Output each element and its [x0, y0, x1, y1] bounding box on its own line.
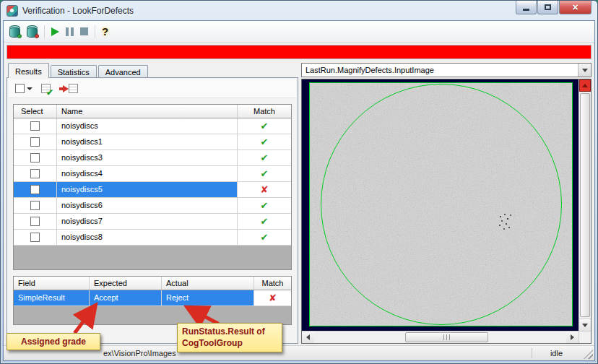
arrow-right-icon	[571, 334, 574, 340]
table-row[interactable]: noisydiscs7 ✔	[14, 214, 291, 230]
row-select-cell[interactable]	[14, 166, 57, 181]
record-indicator-button[interactable]	[579, 79, 591, 92]
match-icon: ✔	[238, 150, 291, 165]
row-select-cell[interactable]	[14, 118, 57, 134]
tab-results[interactable]: Results	[8, 63, 49, 78]
image-region	[309, 82, 573, 326]
title-bar[interactable]: Verification - LookForDefects ×	[1, 1, 597, 20]
arrow-up-icon	[582, 84, 588, 87]
row-checkbox[interactable]	[30, 153, 40, 162]
row-checkbox[interactable]	[30, 217, 40, 226]
column-header-name[interactable]: Name	[57, 105, 238, 118]
jump-to-record-button[interactable]	[59, 84, 78, 93]
column-header-field[interactable]: Field	[14, 277, 90, 290]
combobox-dropdown-button[interactable]	[578, 64, 591, 77]
column-header-match[interactable]: Match	[254, 277, 291, 290]
vertical-scrollbar[interactable]	[578, 79, 591, 331]
row-select-cell[interactable]	[14, 150, 57, 165]
results-table-header: Select Name Match	[14, 105, 291, 118]
row-checkbox[interactable]	[30, 233, 40, 242]
select-all-checkbox-dropdown[interactable]	[15, 84, 32, 93]
tab-advanced[interactable]: Advanced	[98, 65, 148, 77]
scroll-down-button[interactable]	[579, 318, 591, 331]
status-separator	[532, 348, 532, 358]
row-checkbox[interactable]	[30, 169, 40, 178]
run-progress-bar	[6, 45, 592, 59]
run-checked-button[interactable]: ✔	[41, 84, 51, 93]
close-button[interactable]: ×	[559, 1, 592, 14]
defect-spot	[495, 210, 514, 232]
table-row[interactable]: noisydiscs1 ✔	[14, 134, 291, 150]
arrow-left-icon	[306, 334, 310, 340]
details-row-selected[interactable]: SimpleResult Accept Reject ✘	[14, 290, 291, 306]
red-arrow-icon	[63, 85, 69, 92]
match-icon: ✘	[254, 290, 291, 306]
minimize-button[interactable]	[516, 1, 537, 14]
vertical-scrollbar-thumb[interactable]	[580, 93, 590, 317]
column-header-select[interactable]: Select	[14, 105, 57, 118]
minimize-icon	[523, 9, 529, 11]
row-checkbox[interactable]	[30, 137, 40, 147]
chevron-down-icon	[582, 69, 588, 72]
row-name: noisydiscs3	[57, 150, 238, 165]
table-row[interactable]: noisydiscs8 ✔	[14, 230, 291, 246]
table-row[interactable]: noisydiscs4 ✔	[14, 166, 291, 182]
stop-button[interactable]	[80, 27, 88, 35]
run-records-database-icon[interactable]	[9, 25, 20, 38]
row-checkbox[interactable]	[30, 185, 40, 194]
row-checkbox[interactable]	[30, 201, 40, 210]
field-cell: SimpleResult	[14, 290, 90, 306]
check-icon: ✔	[46, 89, 53, 96]
column-header-actual[interactable]: Actual	[162, 277, 254, 290]
help-button[interactable]: ?	[102, 25, 108, 38]
row-select-cell[interactable]	[14, 230, 57, 245]
scroll-right-button[interactable]	[566, 332, 578, 343]
match-icon: ✔	[238, 134, 291, 150]
horizontal-scrollbar-thumb[interactable]	[405, 332, 488, 342]
chevron-down-icon	[27, 87, 32, 90]
image-selector-combobox[interactable]: LastRun.MagnifyDefects.InputImage	[301, 63, 592, 77]
resize-grip[interactable]	[584, 350, 593, 359]
stop-icon	[80, 27, 88, 35]
column-header-expected[interactable]: Expected	[90, 277, 162, 290]
help-icon: ?	[102, 25, 108, 38]
horizontal-scrollbar[interactable]	[302, 331, 578, 343]
tab-statistics[interactable]: Statistics	[51, 65, 97, 77]
row-select-cell[interactable]	[14, 214, 57, 229]
callout-assigned-grade: Assigned grade	[6, 333, 100, 350]
match-icon: ✔	[238, 214, 291, 229]
table-row-selected[interactable]: noisydiscs5 ✘	[14, 182, 291, 198]
save-records-database-icon[interactable]	[27, 25, 38, 38]
actual-cell: Reject	[162, 290, 254, 306]
pause-button[interactable]	[66, 27, 74, 36]
image-panel: LastRun.MagnifyDefects.InputImage	[301, 63, 592, 344]
row-name: noisydiscs1	[57, 134, 238, 150]
table-row[interactable]: noisydiscs3 ✔	[14, 150, 291, 166]
row-select-cell[interactable]	[14, 182, 57, 197]
row-name: noisydiscs6	[57, 198, 238, 213]
client-area: ? Results Statistics Advanced	[3, 20, 595, 361]
image-canvas[interactable]	[302, 79, 578, 331]
row-select-cell[interactable]	[14, 198, 57, 213]
results-tab-page: ✔ Select Name Match	[6, 77, 298, 344]
vertical-scrollbar-track[interactable]	[579, 92, 591, 318]
app-window: Verification - LookForDefects × ?	[0, 0, 598, 364]
status-state-text: idle	[550, 349, 563, 358]
table-row[interactable]: noisydiscs ✔	[14, 118, 291, 134]
play-icon	[51, 27, 59, 36]
row-name: noisydiscs	[57, 118, 238, 134]
table-row[interactable]: noisydiscs6 ✔	[14, 198, 291, 214]
row-checkbox[interactable]	[30, 121, 40, 131]
play-button[interactable]	[51, 27, 59, 36]
row-select-cell[interactable]	[14, 134, 57, 150]
close-icon: ×	[572, 2, 578, 12]
image-display	[301, 79, 592, 344]
image-selector-value: LastRun.MagnifyDefects.InputImage	[306, 66, 434, 74]
pause-icon	[66, 27, 69, 36]
column-header-match[interactable]: Match	[238, 105, 291, 118]
maximize-button[interactable]	[537, 1, 558, 14]
match-icon: ✔	[238, 198, 291, 213]
arrow-down-icon	[582, 324, 588, 327]
horizontal-scrollbar-track[interactable]	[314, 332, 566, 343]
scroll-left-button[interactable]	[302, 332, 314, 343]
